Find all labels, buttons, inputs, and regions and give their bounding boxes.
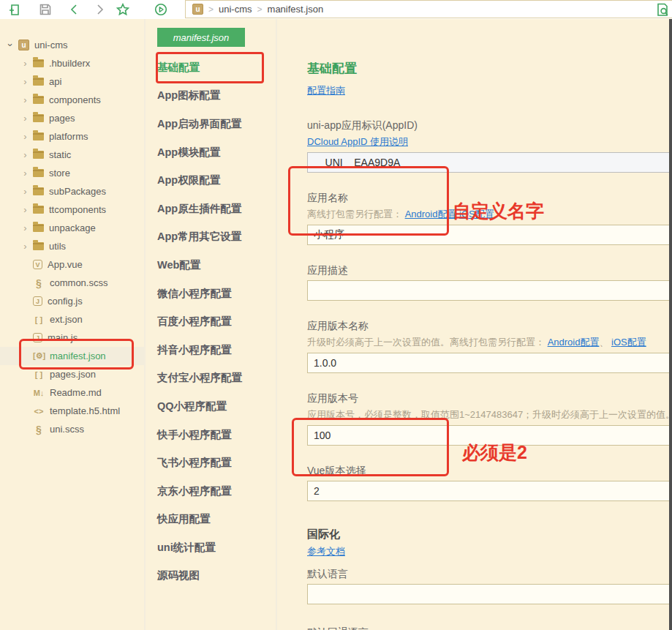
fallback-language-group: 默认回退语言 — [307, 626, 672, 630]
chevron-expanded-icon[interactable]: › — [5, 40, 16, 50]
tree-item-folder[interactable]: › components — [0, 91, 144, 109]
folder-icon — [33, 59, 44, 67]
ios-config-link[interactable]: iOS配置 — [459, 209, 494, 220]
appid-group: uni-app应用标识(AppID) DCloud AppID 使用说明 — [307, 119, 672, 173]
tree-item-folder[interactable]: › store — [0, 164, 144, 182]
chevron-right-icon[interactable]: › — [20, 222, 30, 233]
nav-item-quickapp[interactable]: 快应用配置 — [147, 506, 276, 534]
nav-item-app-modules[interactable]: App模块配置 — [147, 138, 276, 167]
vue-version-group: Vue版本选择 — [307, 465, 672, 501]
file-tree: › u uni-cms › .hbuilderx › api › compone… — [0, 19, 146, 630]
tree-item-file[interactable]: § common.scss — [0, 274, 144, 292]
tree-item-folder[interactable]: › utils — [0, 237, 144, 255]
default-language-input[interactable] — [307, 584, 672, 604]
hint-separator: 、 — [599, 337, 608, 348]
nav-item-web-config[interactable]: Web配置 — [147, 251, 276, 280]
nav-item-uni-statistics[interactable]: uni统计配置 — [147, 533, 276, 562]
nav-item-kuaishou-mp[interactable]: 快手小程序配置 — [147, 421, 276, 449]
folder-icon — [33, 151, 44, 159]
tree-item-folder[interactable]: › .hbuilderx — [0, 54, 144, 72]
uni-app-logo-icon: u — [192, 4, 203, 15]
tree-item-uni-cms[interactable]: › u uni-cms — [0, 36, 144, 54]
i18n-doc-link[interactable]: 参考文档 — [307, 546, 345, 557]
chevron-right-icon[interactable]: › — [20, 76, 30, 87]
json-file-icon: [ ] — [33, 315, 45, 324]
chevron-right-icon[interactable]: › — [20, 168, 30, 179]
chevron-right-icon[interactable]: › — [20, 149, 30, 160]
folder-icon — [33, 132, 44, 140]
nav-item-app-permissions[interactable]: App权限配置 — [147, 166, 276, 195]
version-name-input[interactable] — [307, 353, 672, 373]
back-icon[interactable] — [67, 2, 81, 17]
tree-item-file[interactable]: J main.js — [0, 329, 144, 347]
nav-item-app-icon[interactable]: App图标配置 — [147, 82, 276, 110]
new-file-icon[interactable] — [7, 2, 21, 17]
file-search-icon[interactable] — [655, 2, 670, 17]
breadcrumb-file[interactable]: manifest.json — [268, 4, 324, 15]
tree-item-file[interactable]: J config.js — [0, 292, 144, 310]
app-name-label: 应用名称 — [307, 192, 672, 205]
nav-item-alipay-mp[interactable]: 支付宝小程序配置 — [147, 364, 276, 393]
ios-config-link[interactable]: iOS配置 — [611, 337, 646, 348]
tree-item-folder[interactable]: › api — [0, 72, 144, 91]
tree-item-file[interactable]: M↓ Readme.md — [0, 383, 144, 402]
tree-item-file[interactable]: [ ] pages.json — [0, 365, 144, 383]
nav-item-basic-config[interactable]: 基础配置 — [147, 53, 276, 82]
nav-item-jingdong-mp[interactable]: 京东小程序配置 — [147, 477, 276, 506]
chevron-right-icon[interactable]: › — [20, 94, 30, 105]
chevron-right-icon[interactable]: › — [20, 241, 30, 252]
vue-file-icon: V — [33, 260, 42, 269]
run-icon[interactable] — [154, 2, 168, 17]
chevron-right-icon[interactable]: › — [20, 186, 30, 197]
breadcrumb-project[interactable]: uni-cms — [219, 4, 252, 15]
version-code-label: 应用版本号 — [307, 392, 672, 405]
chevron-right-icon[interactable]: › — [20, 204, 30, 215]
nav-item-source-view[interactable]: 源码视图 — [147, 562, 276, 590]
save-icon[interactable] — [38, 2, 53, 17]
tree-item-manifest-selected[interactable]: [⚙] manifest.json — [0, 347, 144, 365]
forward-icon[interactable] — [93, 2, 107, 17]
app-name-hint: 离线打包需另行配置： — [307, 209, 402, 220]
app-desc-input[interactable] — [307, 280, 672, 301]
tree-item-folder[interactable]: › static — [0, 146, 144, 164]
appid-doc-link[interactable]: DCloud AppID 使用说明 — [307, 136, 408, 147]
nav-item-baidu-mp[interactable]: 百度小程序配置 — [147, 307, 276, 336]
tree-item-folder[interactable]: › unpackage — [0, 219, 144, 237]
tree-item-folder[interactable]: › subPackages — [0, 182, 144, 200]
tree-item-file[interactable]: [ ] ext.json — [0, 310, 144, 329]
chevron-right-icon[interactable]: › — [20, 113, 30, 124]
nav-item-douyin-mp[interactable]: 抖音小程序配置 — [147, 336, 276, 364]
vue-version-label: Vue版本选择 — [307, 465, 672, 478]
nav-item-app-splash[interactable]: App启动界面配置 — [147, 110, 276, 138]
config-guide-link[interactable]: 配置指南 — [307, 85, 345, 96]
chevron-right-icon[interactable]: › — [20, 131, 30, 142]
nav-item-weixin-mp[interactable]: 微信小程序配置 — [147, 280, 276, 308]
nav-item-app-other[interactable]: App常用其它设置 — [147, 223, 276, 252]
favorite-star-icon[interactable] — [116, 2, 130, 17]
tree-item-folder[interactable]: › pages — [0, 109, 144, 127]
nav-item-qq-mp[interactable]: QQ小程序配置 — [147, 392, 276, 421]
breadcrumb-separator: > — [208, 4, 214, 15]
android-config-link[interactable]: Android配置 — [548, 337, 600, 348]
i18n-section: 国际化 参考文档 — [307, 528, 672, 558]
app-name-input[interactable] — [307, 225, 672, 245]
tree-item-file[interactable]: V App.vue — [0, 255, 144, 274]
version-code-input[interactable] — [307, 425, 672, 446]
basic-config-panel: 基础配置 配置指南 uni-app应用标识(AppID) DCloud AppI… — [279, 19, 672, 630]
vue-version-input[interactable] — [307, 481, 672, 501]
breadcrumb: u > uni-cms > manifest.json — [185, 0, 672, 18]
tree-item-file[interactable]: § uni.scss — [0, 420, 144, 438]
appid-input[interactable] — [307, 152, 672, 173]
nav-item-feishu-mp[interactable]: 飞书小程序配置 — [147, 449, 276, 477]
chevron-right-icon[interactable]: › — [20, 58, 30, 69]
manifest-tab[interactable]: manifest.json — [157, 28, 245, 47]
scrollbar[interactable] — [669, 19, 672, 630]
page-title: 基础配置 — [307, 60, 672, 77]
tree-item-folder[interactable]: › platforms — [0, 127, 144, 146]
android-config-link[interactable]: Android配置 — [405, 209, 457, 220]
tree-item-file[interactable]: <> template.h5.html — [0, 402, 144, 420]
version-name-label: 应用版本名称 — [307, 320, 672, 333]
nav-item-app-native-plugins[interactable]: App原生插件配置 — [147, 195, 276, 223]
manifest-nav: manifest.json 基础配置 App图标配置 App启动界面配置 App… — [147, 19, 277, 630]
tree-item-folder[interactable]: › ttcomponents — [0, 200, 144, 219]
